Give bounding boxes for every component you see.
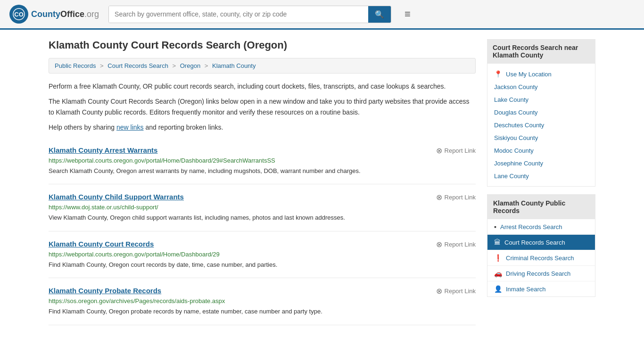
sidebar-county-josephine[interactable]: Josephine County [487, 157, 595, 170]
result-item: Klamath County Probate Records ⊗ Report … [49, 278, 476, 325]
logo-county: County [31, 9, 60, 19]
sidebar-nearby-title: Court Records Search near Klamath County [487, 39, 595, 64]
breadcrumb: Public Records > Court Records Search > … [49, 58, 476, 74]
sidebar-use-location[interactable]: 📍 Use My Location [487, 67, 595, 81]
results-list: Klamath County Arrest Warrants ⊗ Report … [49, 138, 476, 325]
driving-records-link[interactable]: Driving Records Search [506, 270, 570, 277]
sidebar-record-court[interactable]: 🏛 Court Records Search [487, 235, 595, 250]
driving-icon: 🚗 [494, 270, 502, 277]
breadcrumb-sep-1: > [100, 62, 104, 69]
description-3-post: and reporting broken links. [144, 123, 223, 131]
result-desc: Find Klamath County, Oregon court record… [49, 260, 476, 270]
main-container: Klamath County Court Records Search (Ore… [39, 30, 605, 335]
breadcrumb-public-records[interactable]: Public Records [55, 62, 96, 69]
result-title[interactable]: Klamath County Arrest Warrants [49, 146, 157, 154]
description-2: The Klamath County Court Records Search … [49, 96, 476, 117]
content-area: Klamath County Court Records Search (Ore… [49, 39, 476, 325]
description-3: Help others by sharing new links and rep… [49, 122, 476, 132]
sidebar-records-title: Klamath County Public Records [487, 194, 595, 219]
sidebar-record-driving[interactable]: 🚗 Driving Records Search [487, 266, 595, 281]
breadcrumb-sep-2: > [173, 62, 176, 69]
use-location-label: Use My Location [506, 71, 552, 78]
new-links-link[interactable]: new links [116, 123, 144, 131]
result-title[interactable]: Klamath County Court Records [49, 240, 154, 248]
report-link-label: Report Link [445, 241, 476, 248]
result-header: Klamath County Court Records ⊗ Report Li… [49, 240, 476, 249]
report-icon: ⊗ [436, 193, 442, 202]
result-url[interactable]: https://webportal.courts.oregon.gov/port… [49, 157, 476, 164]
logo[interactable]: CO CountyOffice.org [9, 5, 99, 24]
logo-domain: .org [84, 9, 99, 19]
result-url[interactable]: https://sos.oregon.gov/archives/Pages/re… [49, 297, 476, 304]
report-link[interactable]: ⊗ Report Link [436, 193, 476, 202]
breadcrumb-oregon[interactable]: Oregon [180, 62, 200, 69]
result-header: Klamath County Arrest Warrants ⊗ Report … [49, 146, 476, 155]
sidebar-record-arrest[interactable]: ▪ Arrest Records Search [487, 219, 595, 235]
inmate-icon: 👤 [494, 285, 502, 293]
report-icon: ⊗ [436, 287, 442, 296]
svg-text:CO: CO [14, 11, 24, 18]
search-input[interactable] [109, 6, 368, 23]
breadcrumb-court-records[interactable]: Court Records Search [107, 62, 168, 69]
sidebar: Court Records Search near Klamath County… [487, 39, 595, 325]
sidebar-record-inmate[interactable]: 👤 Inmate Search [487, 281, 595, 296]
result-header: Klamath County Probate Records ⊗ Report … [49, 287, 476, 296]
report-link[interactable]: ⊗ Report Link [436, 146, 476, 155]
report-icon: ⊗ [436, 146, 442, 155]
breadcrumb-sep-3: > [205, 62, 208, 69]
report-link[interactable]: ⊗ Report Link [436, 240, 476, 249]
sidebar-county-jackson[interactable]: Jackson County [487, 81, 595, 93]
result-title[interactable]: Klamath County Probate Records [49, 287, 161, 295]
logo-text: CountyOffice.org [31, 9, 99, 19]
sidebar-county-deschutes[interactable]: Deschutes County [487, 119, 595, 132]
report-link-label: Report Link [445, 194, 476, 201]
report-link[interactable]: ⊗ Report Link [436, 287, 476, 296]
sidebar-record-criminal[interactable]: ❗ Criminal Records Search [487, 250, 595, 266]
report-icon: ⊗ [436, 240, 442, 249]
page-title: Klamath County Court Records Search (Ore… [49, 39, 476, 51]
logo-icon: CO [9, 5, 28, 24]
result-desc: Find Klamath County, Oregon probate reco… [49, 307, 476, 316]
sidebar-county-siskiyou[interactable]: Siskiyou County [487, 132, 595, 144]
location-icon: 📍 [494, 70, 502, 78]
search-button[interactable]: 🔍 [368, 6, 391, 23]
sidebar-county-modoc[interactable]: Modoc County [487, 144, 595, 157]
arrest-records-link[interactable]: Arrest Records Search [500, 223, 562, 230]
description-1: Perform a free Klamath County, OR public… [49, 81, 476, 91]
logo-office: Office [60, 9, 84, 19]
result-item: Klamath County Arrest Warrants ⊗ Report … [49, 138, 476, 185]
sidebar-nearby-links: 📍 Use My Location Jackson County Lake Co… [487, 64, 595, 187]
header: CO CountyOffice.org 🔍 ≡ [0, 0, 644, 30]
criminal-icon: ❗ [494, 254, 502, 262]
result-desc: Search Klamath County, Oregon arrest war… [49, 166, 476, 176]
criminal-records-link[interactable]: Criminal Records Search [506, 255, 574, 262]
court-icon: 🏛 [494, 239, 501, 246]
report-link-label: Report Link [445, 147, 476, 154]
result-url[interactable]: https://www.doj.state.or.us/child-suppor… [49, 204, 476, 211]
arrest-icon: ▪ [494, 223, 496, 230]
menu-button[interactable]: ≡ [401, 6, 414, 22]
sidebar-records-list: ▪ Arrest Records Search 🏛 Court Records … [487, 219, 595, 297]
result-url[interactable]: https://webportal.courts.oregon.gov/port… [49, 251, 476, 258]
description-3-pre: Help others by sharing [49, 123, 116, 131]
result-item: Klamath County Court Records ⊗ Report Li… [49, 231, 476, 279]
result-header: Klamath County Child Support Warrants ⊗ … [49, 193, 476, 202]
sidebar-county-lane[interactable]: Lane County [487, 170, 595, 182]
logo-svg: CO [13, 8, 25, 20]
breadcrumb-klamath[interactable]: Klamath County [212, 62, 256, 69]
inmate-search-link[interactable]: Inmate Search [506, 286, 546, 293]
report-link-label: Report Link [445, 288, 476, 295]
sidebar-county-lake[interactable]: Lake County [487, 93, 595, 106]
result-title[interactable]: Klamath County Child Support Warrants [49, 193, 184, 201]
result-desc: View Klamath County, Oregon child suppor… [49, 213, 476, 222]
sidebar-county-douglas[interactable]: Douglas County [487, 106, 595, 119]
search-bar: 🔍 [108, 6, 391, 23]
court-records-label: Court Records Search [504, 239, 565, 246]
result-item: Klamath County Child Support Warrants ⊗ … [49, 184, 476, 231]
